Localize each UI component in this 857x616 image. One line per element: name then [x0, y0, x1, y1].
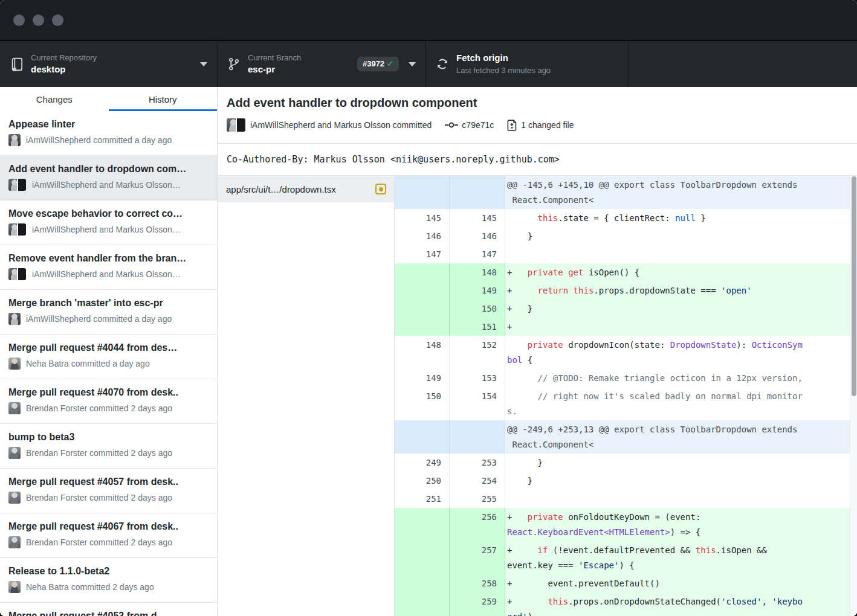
diff-row: 145145 this.state = { clientRect: null } — [395, 209, 857, 227]
new-line-number: 150 — [450, 300, 505, 318]
changed-files-count: 1 changed file — [521, 120, 574, 130]
commit-item[interactable]: Appease linteriAmWillShepherd committed … — [0, 111, 217, 156]
commit-item[interactable]: Merge pull request #4067 from desk..Bren… — [0, 513, 217, 558]
avatar — [8, 313, 21, 325]
commit-item-byline: Brendan Forster committed 2 days ago — [26, 448, 172, 458]
avatar — [227, 118, 245, 132]
diff-row: 149+ return this.props.dropdownState ===… — [395, 281, 857, 300]
branch-switcher-button[interactable]: Current Branch esc-pr #3972✓ — [218, 41, 426, 87]
diff-file-icon — [507, 120, 517, 131]
neha-avatar — [8, 581, 21, 593]
commit-item[interactable]: Merge pull request #4070 from desk..Bren… — [0, 379, 217, 424]
new-line-number: 148 — [450, 263, 505, 281]
diff-scrollbar[interactable] — [850, 176, 857, 616]
tab-history[interactable]: History — [109, 87, 218, 111]
commit-item-meta: iAmWillShepherd and Markus Olsson… — [8, 179, 209, 191]
commit-description: Co-Authored-By: Markus Olsson <niik@user… — [218, 144, 857, 176]
commit-authors: iAmWillShepherd and Markus Olsson commit… — [250, 120, 432, 130]
diff-line-code: } — [505, 227, 857, 245]
new-line-number — [450, 176, 505, 209]
brendan-avatar — [8, 402, 21, 414]
commit-item[interactable]: Add event handler to dropdown com…iAmWil… — [0, 156, 217, 201]
diff-line-code: + — [505, 318, 857, 336]
diff-line-code — [505, 245, 857, 263]
old-line-number: 250 — [395, 472, 450, 490]
tab-changes[interactable]: Changes — [0, 87, 109, 111]
commit-item-byline: Brendan Forster committed 2 days ago — [26, 403, 172, 413]
window-minimize-button[interactable] — [33, 14, 44, 26]
sync-icon — [436, 57, 449, 71]
toolbar: Current Repository desktop Current Branc… — [0, 41, 857, 87]
commit-item-meta: Brendan Forster committed 2 days ago — [8, 402, 209, 414]
repo-label: Current Repository — [31, 53, 97, 63]
commit-item-title: Add event handler to dropdown com… — [8, 162, 209, 175]
file-item[interactable]: app/src/ui/t…/dropdown.tsx — [218, 176, 394, 202]
commit-item-meta: iAmWillShepherd committed a day ago — [8, 134, 209, 146]
new-line-number: 147 — [450, 245, 505, 263]
toolbar-filler — [629, 41, 857, 87]
commit-item[interactable]: Release to 1.1.0-beta2Neha Batra committ… — [0, 558, 217, 603]
window-zoom-button[interactable] — [52, 14, 63, 26]
avatar — [8, 358, 21, 370]
diff-line-code: @@ -249,6 +253,13 @@ export class Toolba… — [505, 420, 857, 454]
commit-item[interactable]: Merge pull request #4053 from d…Brendan … — [0, 603, 217, 616]
avatar — [8, 447, 21, 459]
diff-line-code: + if (!event.defaultPrevented && this.is… — [505, 541, 857, 574]
commit-item-meta: Neha Batra committed a day ago — [8, 358, 209, 370]
commit-sha: c79e71c — [462, 120, 494, 130]
new-line-number: 152 — [450, 336, 505, 369]
window-close-button[interactable] — [13, 14, 25, 26]
commit-item[interactable]: bump to beta3Brendan Forster committed 2… — [0, 424, 217, 469]
diff-line-code: + event.preventDefault() — [505, 574, 857, 592]
scrollbar-thumb[interactable] — [852, 176, 856, 396]
fetch-origin-button[interactable]: Fetch origin Last fetched 3 minutes ago — [426, 41, 629, 87]
modified-file-icon — [375, 184, 386, 194]
commit-item[interactable]: Move escape behavior to correct co…iAmWi… — [0, 201, 217, 245]
git-branch-icon — [227, 57, 241, 71]
diff-line-code: // right now it's scaled badly on normal… — [505, 387, 857, 420]
commit-list: Appease linteriAmWillShepherd committed … — [0, 111, 217, 616]
diff-line-code: + } — [505, 300, 857, 318]
commit-item[interactable]: Remove event handler from the bran…iAmWi… — [0, 245, 217, 290]
changed-files-panel: app/src/ui/t…/dropdown.tsx — [218, 176, 395, 616]
commit-summary: Add event handler to dropdown component … — [218, 87, 857, 144]
avatar — [8, 402, 21, 414]
commit-item-title: Release to 1.1.0-beta2 — [8, 565, 209, 577]
file-path: app/src/ui/t…/dropdown.tsx — [226, 184, 336, 194]
commit-item[interactable]: Merge branch 'master' into esc-priAmWill… — [0, 290, 217, 335]
old-line-number — [395, 300, 450, 318]
commit-item-title: Remove event handler from the bran… — [8, 252, 209, 265]
diff-row: 149153 // @TODO: Remake triangle octicon… — [395, 369, 857, 387]
commit-item-meta: iAmWillShepherd and Markus Olsson… — [8, 223, 209, 236]
titlebar — [0, 0, 857, 41]
old-line-number — [395, 541, 450, 574]
commit-item-byline: Neha Batra committed 2 days ago — [26, 582, 154, 592]
old-line-number — [395, 318, 450, 336]
diff-rows: @@ -145,6 +145,10 @@ export class Toolba… — [395, 176, 857, 616]
old-line-number: 150 — [395, 387, 450, 420]
markus-avatar — [17, 268, 26, 280]
diff-line-code: this.state = { clientRect: null } — [505, 209, 857, 227]
commit-item-title: Merge branch 'master' into esc-pr — [8, 297, 209, 309]
diff-row: 249253 } — [395, 454, 857, 472]
diff-row: 256+ private onFoldoutKeyDown = (event: … — [395, 508, 857, 541]
new-line-number: 258 — [450, 574, 505, 592]
commit-item[interactable]: Merge pull request #4057 from desk..Bren… — [0, 469, 217, 513]
repository-switcher-button[interactable]: Current Repository desktop — [0, 41, 218, 87]
commit-item-title: Merge pull request #4044 from des… — [8, 341, 209, 354]
old-line-number: 147 — [395, 245, 450, 263]
new-line-number: 153 — [450, 369, 505, 387]
old-line-number — [395, 574, 450, 592]
commit-item[interactable]: Merge pull request #4044 from des…Neha B… — [0, 335, 217, 379]
commit-item-meta: Brendan Forster committed 2 days ago — [8, 536, 209, 548]
old-line-number — [395, 592, 450, 616]
sidebar: Changes History Appease linteriAmWillShe… — [0, 87, 218, 616]
will-avatar — [8, 134, 21, 146]
new-line-number: 257 — [450, 541, 505, 574]
old-line-number — [395, 281, 450, 300]
repo-name: desktop — [31, 64, 97, 75]
new-line-number: 255 — [450, 490, 505, 508]
diff-row: 150+ } — [395, 300, 857, 318]
fetch-label: Fetch origin — [456, 53, 551, 64]
markus-avatar — [17, 223, 26, 236]
